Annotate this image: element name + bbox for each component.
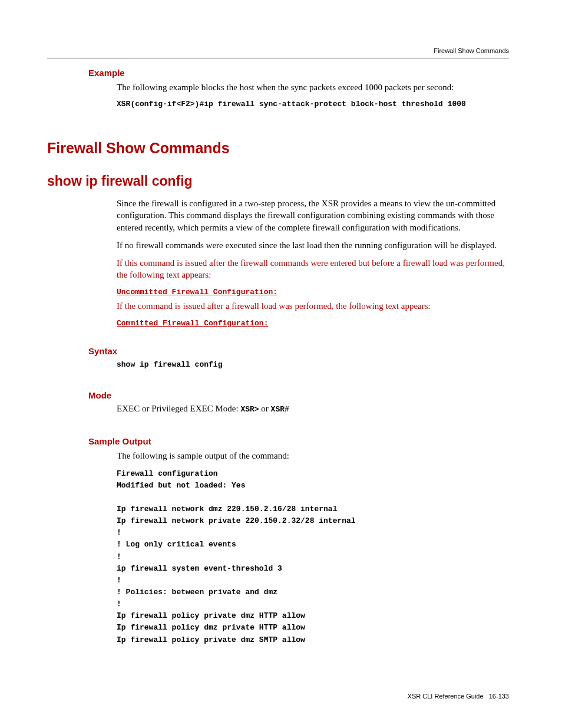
sample-output-code: Firewall configuration Modified but not … <box>117 468 509 646</box>
show-ip-firewall-config-heading: show ip firewall config <box>47 173 509 189</box>
mode-heading: Mode <box>88 390 509 400</box>
mode-mid: or <box>259 404 271 413</box>
desc-p3-red: If this command is issued after the fire… <box>117 257 509 281</box>
syntax-heading: Syntax <box>88 346 509 356</box>
desc-p2: If no firewall commands were executed si… <box>117 239 509 251</box>
example-intro: The following example blocks the host wh… <box>117 81 509 93</box>
header-rule <box>47 58 509 58</box>
desc-p4-red: If the command is issued after a firewal… <box>117 300 509 312</box>
sample-output-intro: The following is sample output of the co… <box>117 450 509 462</box>
mode-code1: XSR> <box>240 405 259 414</box>
mode-prefix: EXEC or Privileged EXEC Mode: <box>117 404 240 413</box>
footer-book: XSR CLI Reference Guide <box>408 693 484 700</box>
page: Firewall Show Commands Example The follo… <box>0 0 562 681</box>
syntax-code: show ip firewall config <box>117 360 509 371</box>
desc-code2-red: Committed Firewall Configuration: <box>117 318 509 330</box>
firewall-show-commands-heading: Firewall Show Commands <box>47 140 509 157</box>
sample-output-heading: Sample Output <box>88 436 509 446</box>
running-header: Firewall Show Commands <box>47 47 509 54</box>
mode-text: EXEC or Privileged EXEC Mode: XSR> or XS… <box>117 404 509 414</box>
example-heading: Example <box>88 68 509 78</box>
footer-page: 16-133 <box>489 693 509 700</box>
mode-code2: XSR# <box>271 405 289 414</box>
desc-code1-red: Uncommitted Firewall Configuration: <box>117 287 509 298</box>
desc-p1: Since the firewall is configured in a tw… <box>117 197 509 233</box>
example-code: XSR(config-if<F2>)#ip firewall sync-atta… <box>117 99 509 110</box>
page-footer: XSR CLI Reference Guide 16-133 <box>408 693 509 700</box>
